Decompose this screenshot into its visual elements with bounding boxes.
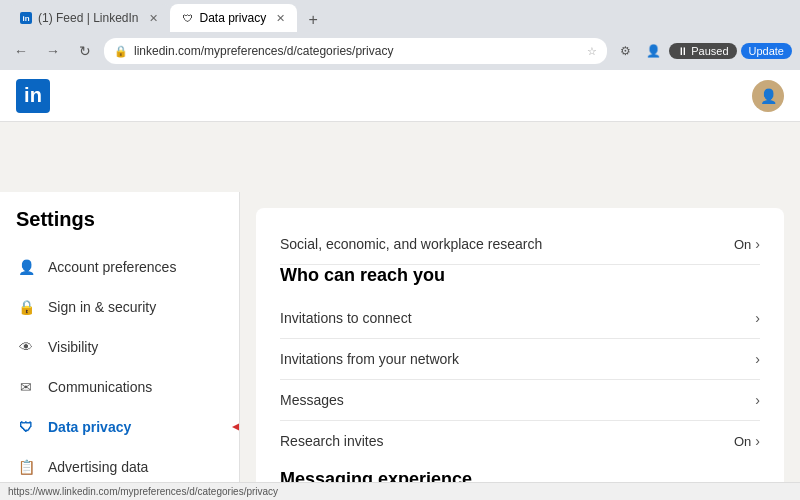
user-avatar[interactable]: 👤 <box>752 80 784 112</box>
invitations-connect-label: Invitations to connect <box>280 310 412 326</box>
sidebar-item-data-privacy[interactable]: 🛡 Data privacy <box>0 407 239 447</box>
advertising-icon: 📋 <box>16 457 36 477</box>
new-tab-button[interactable]: + <box>301 8 325 32</box>
social-research-status: On <box>734 237 751 252</box>
settings-title: Settings <box>0 208 239 247</box>
update-button[interactable]: Update <box>741 43 792 59</box>
sidebar-item-signin-label: Sign in & security <box>48 299 156 315</box>
sidebar-item-account-label: Account preferences <box>48 259 176 275</box>
invitations-network-chevron: › <box>755 351 760 367</box>
social-research-row[interactable]: Social, economic, and workplace research… <box>280 224 760 265</box>
who-can-reach-section: Who can reach you Invitations to connect… <box>280 265 760 461</box>
forward-button[interactable]: → <box>40 38 66 64</box>
who-can-reach-title: Who can reach you <box>280 265 760 294</box>
address-bar-row: ← → ↻ 🔒 linkedin.com/mypreferences/d/cat… <box>0 32 800 70</box>
invitations-connect-chevron: › <box>755 310 760 326</box>
content-inner: Social, economic, and workplace research… <box>256 208 784 500</box>
sidebar-item-account[interactable]: 👤 Account preferences <box>0 247 239 287</box>
eye-icon: 👁 <box>16 337 36 357</box>
social-research-chevron: › <box>755 236 760 252</box>
sidebar-item-data-privacy-label: Data privacy <box>48 419 131 435</box>
tab-privacy[interactable]: 🛡 Data privacy ✕ <box>170 4 298 32</box>
tab-privacy-favicon: 🛡 <box>182 12 194 24</box>
profile-icon[interactable]: 👤 <box>641 39 665 63</box>
tab-feed-favicon: in <box>20 12 32 24</box>
research-invites-row[interactable]: Research invites On › <box>280 421 760 461</box>
lock-icon: 🔒 <box>114 45 128 58</box>
back-button[interactable]: ← <box>8 38 34 64</box>
main-layout: Settings 👤 Account preferences 🔒 Sign in… <box>0 192 800 500</box>
address-text: linkedin.com/mypreferences/d/categories/… <box>134 44 581 58</box>
research-invites-right: On › <box>734 433 760 449</box>
invitations-network-row[interactable]: Invitations from your network › <box>280 339 760 380</box>
invitations-network-label: Invitations from your network <box>280 351 459 367</box>
tab-privacy-close[interactable]: ✕ <box>276 12 285 25</box>
sidebar-item-visibility-label: Visibility <box>48 339 98 355</box>
bookmark-icon: ☆ <box>587 45 597 58</box>
account-icon: 👤 <box>16 257 36 277</box>
reload-button[interactable]: ↻ <box>72 38 98 64</box>
messages-chevron: › <box>755 392 760 408</box>
tab-feed-label: (1) Feed | LinkedIn <box>38 11 139 25</box>
status-bar: https://www.linkedin.com/mypreferences/d… <box>0 482 800 500</box>
tab-bar: in (1) Feed | LinkedIn ✕ 🛡 Data privacy … <box>0 0 800 32</box>
messages-right: › <box>755 392 760 408</box>
extensions-icon[interactable]: ⚙ <box>613 39 637 63</box>
research-invites-label: Research invites <box>280 433 384 449</box>
messages-label: Messages <box>280 392 344 408</box>
sidebar-item-advertising[interactable]: 📋 Advertising data <box>0 447 239 487</box>
linkedin-logo[interactable]: in <box>16 79 50 113</box>
content-area: Social, economic, and workplace research… <box>240 192 800 500</box>
browser-chrome: in (1) Feed | LinkedIn ✕ 🛡 Data privacy … <box>0 0 800 70</box>
research-invites-status: On <box>734 434 751 449</box>
top-nav: in 👤 <box>0 70 800 122</box>
sidebar-item-communications[interactable]: ✉ Communications <box>0 367 239 407</box>
paused-button[interactable]: ⏸ Paused <box>669 43 736 59</box>
messages-row[interactable]: Messages › <box>280 380 760 421</box>
status-url: https://www.linkedin.com/mypreferences/d… <box>8 486 278 497</box>
lock-icon: 🔒 <box>16 297 36 317</box>
address-bar[interactable]: 🔒 linkedin.com/mypreferences/d/categorie… <box>104 38 607 64</box>
invitations-network-right: › <box>755 351 760 367</box>
invitations-connect-right: › <box>755 310 760 326</box>
mail-icon: ✉ <box>16 377 36 397</box>
sidebar-item-visibility[interactable]: 👁 Visibility <box>0 327 239 367</box>
social-research-right: On › <box>734 236 760 252</box>
tab-feed[interactable]: in (1) Feed | LinkedIn ✕ <box>8 4 170 32</box>
shield-icon: 🛡 <box>16 417 36 437</box>
invitations-connect-row[interactable]: Invitations to connect › <box>280 298 760 339</box>
sidebar: Settings 👤 Account preferences 🔒 Sign in… <box>0 192 240 500</box>
social-research-label: Social, economic, and workplace research <box>280 236 542 252</box>
tab-feed-close[interactable]: ✕ <box>149 12 158 25</box>
sidebar-item-communications-label: Communications <box>48 379 152 395</box>
research-invites-chevron: › <box>755 433 760 449</box>
tab-privacy-label: Data privacy <box>200 11 267 25</box>
browser-icons: ⚙ 👤 ⏸ Paused Update <box>613 39 792 63</box>
sidebar-item-signin[interactable]: 🔒 Sign in & security <box>0 287 239 327</box>
sidebar-item-advertising-label: Advertising data <box>48 459 148 475</box>
